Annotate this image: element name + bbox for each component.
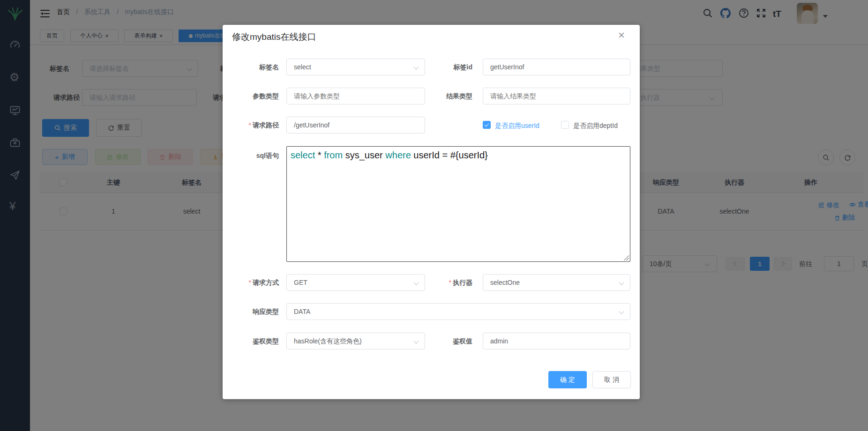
tag-id-input[interactable] <box>483 59 630 75</box>
close-icon[interactable]: × <box>618 29 625 42</box>
edit-dialog: 修改mybatis在线接口 × 标签名 select 标签id 参数类型 结果类… <box>223 25 640 399</box>
field-tag-name-label: 标签名 <box>232 59 279 75</box>
field-param-type-label: 参数类型 <box>232 88 279 104</box>
field-path-label: *请求路径 <box>232 117 279 134</box>
field-executor-label: *执行器 <box>407 274 472 291</box>
auth-value-input[interactable] <box>483 333 630 349</box>
select-value: select <box>294 63 311 71</box>
userid-checkbox[interactable] <box>483 121 491 129</box>
sql-text: userId = #{userId} <box>411 150 488 160</box>
required-mark: * <box>249 121 251 129</box>
field-auth-type-label: 鉴权类型 <box>232 333 279 349</box>
chevron-down-icon <box>619 309 624 314</box>
resize-grip-icon[interactable] <box>623 255 629 260</box>
required-mark: * <box>249 279 251 286</box>
select-value: selectOne <box>490 279 520 286</box>
cancel-button[interactable]: 取 消 <box>592 371 631 388</box>
sql-keyword: select <box>291 150 315 160</box>
tag-name-select[interactable]: select <box>286 59 425 75</box>
method-select[interactable]: GET <box>286 274 425 291</box>
field-tag-id-label: 标签id <box>407 59 472 75</box>
field-auth-value-label: 鉴权值 <box>407 333 472 349</box>
select-value: GET <box>294 279 307 286</box>
button-label: 确 定 <box>560 376 575 384</box>
dialog-title: 修改mybatis在线接口 <box>232 31 316 43</box>
field-method-label: *请求方式 <box>232 274 279 291</box>
select-value: DATA <box>294 308 310 315</box>
field-sql-label: sql语句 <box>232 147 279 164</box>
field-response-label: 响应类型 <box>232 303 279 320</box>
userid-checkbox-label[interactable]: 是否启用userId <box>495 122 539 130</box>
field-result-type-label: 结果类型 <box>407 88 472 104</box>
param-type-input[interactable] <box>286 88 425 104</box>
executor-select[interactable]: selectOne <box>483 274 630 291</box>
deptid-checkbox-label[interactable]: 是否启用deptId <box>573 122 618 130</box>
required-mark: * <box>449 279 451 286</box>
sql-keyword: where <box>385 150 411 160</box>
button-label: 取 消 <box>604 376 619 384</box>
path-input[interactable] <box>286 117 425 134</box>
sql-editor[interactable]: select * from sys_user where userId = #{… <box>286 146 630 262</box>
result-type-input[interactable] <box>483 88 630 104</box>
select-value: hasRole(含有这些角色) <box>294 337 362 345</box>
confirm-button[interactable]: 确 定 <box>548 371 587 388</box>
deptid-checkbox[interactable] <box>561 121 569 129</box>
auth-type-select[interactable]: hasRole(含有这些角色) <box>286 333 425 349</box>
sql-keyword: from <box>324 150 343 160</box>
response-type-select[interactable]: DATA <box>286 303 630 320</box>
sql-text: * <box>315 150 324 160</box>
sql-text: sys_user <box>343 150 385 160</box>
screen: ⚙ <box>0 0 868 431</box>
chevron-down-icon <box>619 280 624 285</box>
